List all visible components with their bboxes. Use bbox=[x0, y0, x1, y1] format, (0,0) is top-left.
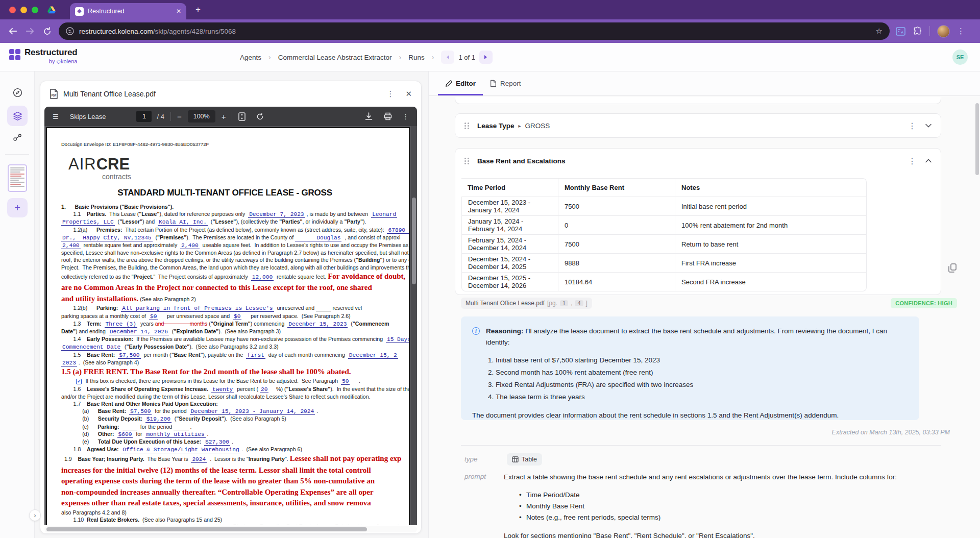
cell-notes: Second FRA increase bbox=[675, 273, 867, 291]
base-rent-table: Time PeriodMonthly Base RentNotes Decemb… bbox=[461, 178, 867, 291]
table-column-header: Monthly Base Rent bbox=[558, 178, 675, 197]
pdf-doc-title: Skips Lease bbox=[70, 113, 106, 120]
browser-titlebar: ❖ Restructured ✕ + bbox=[0, 0, 980, 19]
table-row[interactable]: January 15, 2024 - February 14, 2024 0 1… bbox=[461, 216, 867, 235]
app-header: Restructured by ◇kolena Agents › Commerc… bbox=[0, 43, 980, 71]
pager-label: 1 of 1 bbox=[458, 54, 475, 61]
sidebar-toggle-icon[interactable]: ☰ bbox=[53, 113, 59, 120]
user-avatar[interactable]: SE bbox=[952, 50, 968, 65]
panel-expander-button[interactable]: › bbox=[29, 509, 41, 521]
breadcrumb-item[interactable]: Runs bbox=[408, 54, 425, 61]
copy-table-icon[interactable] bbox=[948, 263, 957, 273]
lease-type-menu-icon[interactable]: ⋮ bbox=[908, 121, 916, 131]
cell-time-period: February 15, 2024 - December 14, 2024 bbox=[461, 235, 558, 254]
pager-next-button[interactable] bbox=[479, 51, 493, 64]
fullscreen-window-button[interactable] bbox=[32, 7, 38, 13]
pdf-more-menu-icon[interactable]: ⋮ bbox=[402, 113, 409, 120]
lease-type-card[interactable]: Lease Type ▸ GROSS ⋮ bbox=[455, 113, 941, 138]
url-bar[interactable]: restructured.kolena.com/skip/agents/428/… bbox=[59, 22, 890, 40]
previous-field-card-edge bbox=[455, 97, 941, 104]
add-document-button[interactable]: + bbox=[7, 198, 28, 217]
pager-prev-button[interactable] bbox=[441, 51, 454, 64]
prompt-bullet: Notes (e.g., free rent periods, special … bbox=[526, 512, 933, 523]
drag-handle-icon[interactable] bbox=[464, 158, 469, 164]
cell-notes: Return to base rent bbox=[675, 235, 867, 254]
section-divider bbox=[461, 445, 941, 446]
extension-shortcut-icon[interactable] bbox=[896, 27, 905, 36]
confidence-badge: CONFIDENCE: HIGH bbox=[891, 298, 957, 308]
app-logo[interactable]: Restructured by ◇kolena bbox=[9, 47, 77, 65]
reload-button[interactable] bbox=[43, 27, 52, 36]
page-number-input[interactable] bbox=[136, 111, 152, 122]
browser-profile-avatar[interactable] bbox=[937, 25, 950, 38]
new-tab-button[interactable]: + bbox=[195, 5, 201, 15]
zoom-out-icon[interactable]: − bbox=[177, 112, 182, 121]
source-row: Multi Tenant Office Lease.pdf [pg. 1 , 4… bbox=[461, 297, 957, 310]
base-rent-menu-icon[interactable]: ⋮ bbox=[908, 156, 916, 166]
breadcrumb-item[interactable]: Agents bbox=[240, 54, 261, 61]
brand-name: Restructured bbox=[24, 47, 77, 58]
page-count: / 4 bbox=[157, 113, 164, 120]
screen: ❖ Restructured ✕ + restructured.kolena.c… bbox=[0, 0, 980, 538]
panel-scrollbar[interactable] bbox=[975, 103, 979, 175]
close-window-button[interactable] bbox=[9, 7, 16, 13]
pdf-panel-menu-icon[interactable]: ⋮ bbox=[386, 89, 394, 99]
table-row[interactable]: December 15, 2025 - December 14, 2026 10… bbox=[461, 273, 867, 291]
breadcrumb-separator: › bbox=[268, 53, 271, 61]
pdf-panel-close-icon[interactable]: ✕ bbox=[405, 89, 412, 99]
prompt-bullet-list: Time Period/DateMonthly Base RentNotes (… bbox=[526, 490, 933, 523]
extractions-nav-item[interactable] bbox=[7, 106, 28, 126]
site-info-icon[interactable] bbox=[66, 27, 74, 35]
cell-notes: Initial base rent period bbox=[675, 197, 867, 216]
minimize-window-button[interactable] bbox=[20, 7, 27, 13]
pdf-horizontal-scrollbar[interactable] bbox=[44, 526, 417, 532]
browser-menu-icon[interactable]: ⋮ bbox=[957, 27, 965, 36]
tab-editor[interactable]: Editor bbox=[438, 71, 483, 95]
table-column-header: Notes bbox=[675, 178, 867, 197]
pdf-document-area[interactable]: DocuSign Envelope ID: E1F8F08F-4482-4971… bbox=[44, 126, 417, 525]
table-icon bbox=[512, 456, 519, 462]
editor-tabs: Editor Report bbox=[429, 71, 980, 96]
lease-body-text: 1. Basic Provisions ("Basic Provisions")… bbox=[61, 203, 409, 525]
drive-icon bbox=[47, 6, 56, 14]
drag-handle-icon[interactable] bbox=[464, 123, 469, 129]
download-icon[interactable] bbox=[365, 112, 373, 120]
type-value-badge: Table bbox=[507, 453, 542, 466]
breadcrumb-separator: › bbox=[432, 53, 434, 61]
chevron-down-icon[interactable] bbox=[925, 124, 932, 128]
zoom-in-icon[interactable]: + bbox=[222, 112, 226, 121]
base-rent-card-header[interactable]: Base Rent and Escalations ⋮ bbox=[455, 149, 941, 173]
lease-type-value: GROSS bbox=[525, 122, 550, 130]
cell-time-period: December 15, 2024 - December 14, 2025 bbox=[461, 254, 558, 273]
tab-report[interactable]: Report bbox=[483, 71, 528, 95]
bookmark-star-icon[interactable]: ☆ bbox=[876, 27, 883, 36]
chevron-up-icon[interactable] bbox=[925, 159, 932, 163]
zoom-level[interactable]: 100% bbox=[188, 110, 215, 123]
tab-close-icon[interactable]: ✕ bbox=[176, 8, 181, 15]
lease-title: STANDARD MULTI-TENANT OFFICE LEASE - GRO… bbox=[61, 188, 388, 198]
breadcrumb-item[interactable]: Commercial Lease Abstract Extractor bbox=[278, 54, 392, 61]
cell-monthly-base-rent: 0 bbox=[558, 216, 675, 235]
left-rail: + bbox=[0, 71, 35, 538]
forward-button[interactable] bbox=[26, 27, 35, 35]
source-page-chip[interactable]: 1 bbox=[560, 300, 568, 306]
browser-tab[interactable]: ❖ Restructured ✕ bbox=[70, 3, 186, 19]
cell-monthly-base-rent: 7500 bbox=[558, 197, 675, 216]
extensions-puzzle-icon[interactable] bbox=[913, 27, 922, 36]
table-row[interactable]: December 15, 2024 - December 14, 2025 98… bbox=[461, 254, 867, 273]
source-page-chip[interactable]: 4 bbox=[575, 300, 583, 306]
breadcrumb-separator: › bbox=[399, 53, 402, 61]
table-row[interactable]: February 15, 2024 - December 14, 2024 75… bbox=[461, 235, 867, 254]
base-rent-card: Base Rent and Escalations ⋮ Time PeriodM… bbox=[455, 148, 941, 295]
table-row[interactable]: December 15, 2023 - January 14, 2024 750… bbox=[461, 197, 867, 216]
rotate-page-icon[interactable] bbox=[256, 112, 264, 121]
page-thumbnail[interactable] bbox=[8, 164, 27, 192]
fit-page-icon[interactable] bbox=[238, 112, 246, 121]
print-icon[interactable] bbox=[384, 112, 392, 120]
source-file-badge[interactable]: Multi Tenant Office Lease.pdf [pg. 1 , 4… bbox=[461, 298, 592, 309]
back-button[interactable] bbox=[8, 27, 17, 35]
cell-time-period: December 15, 2025 - December 14, 2026 bbox=[461, 273, 558, 291]
monitor-nav-item[interactable] bbox=[7, 82, 28, 103]
connections-nav-item[interactable] bbox=[7, 127, 28, 148]
pdf-vertical-scrollbar[interactable] bbox=[411, 126, 417, 525]
